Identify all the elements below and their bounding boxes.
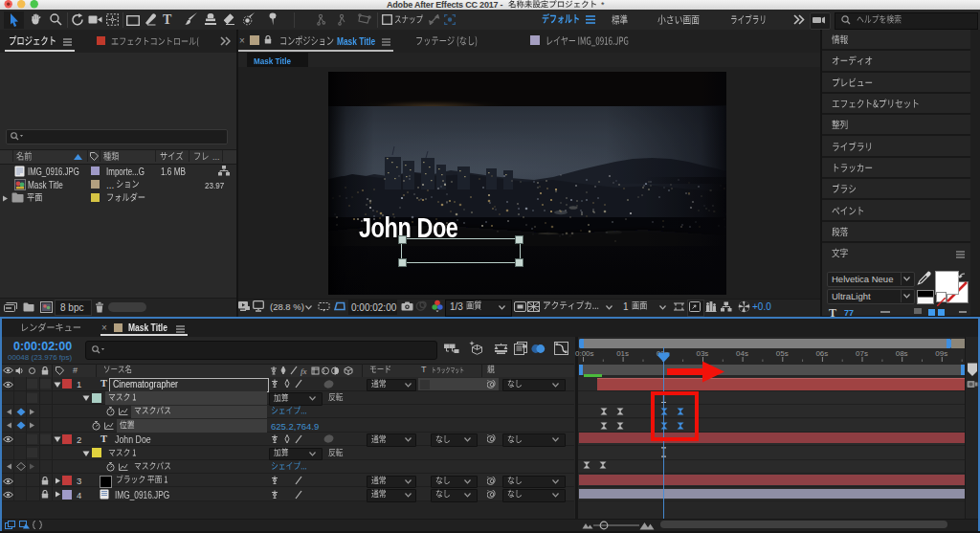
svg-text:fx: fx	[301, 366, 307, 376]
